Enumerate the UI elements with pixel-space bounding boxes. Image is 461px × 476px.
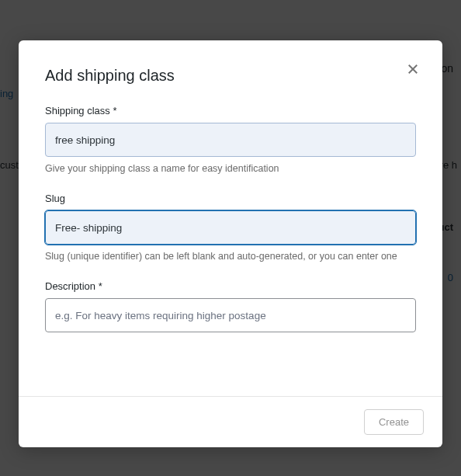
description-label: Description * (45, 280, 416, 292)
field-description: Description * (45, 280, 416, 332)
shipping-class-input[interactable] (45, 123, 416, 157)
close-button[interactable] (404, 61, 422, 79)
shipping-class-label: Shipping class * (45, 105, 416, 116)
field-slug: Slug Slug (unique identifier) can be lef… (45, 193, 416, 262)
close-icon (406, 62, 420, 78)
slug-help: Slug (unique identifier) can be left bla… (45, 251, 416, 262)
add-shipping-class-modal: Add shipping class Shipping class * Give… (19, 40, 442, 447)
slug-label: Slug (45, 193, 416, 204)
field-shipping-class: Shipping class * Give your shipping clas… (45, 105, 416, 174)
description-input[interactable] (45, 298, 416, 332)
shipping-class-help: Give your shipping class a name for easy… (45, 163, 416, 174)
slug-input[interactable] (45, 210, 416, 245)
modal-footer: Create (19, 396, 442, 447)
modal-title: Add shipping class (45, 67, 416, 85)
create-button[interactable]: Create (364, 409, 424, 435)
modal-body: Add shipping class Shipping class * Give… (19, 40, 442, 396)
